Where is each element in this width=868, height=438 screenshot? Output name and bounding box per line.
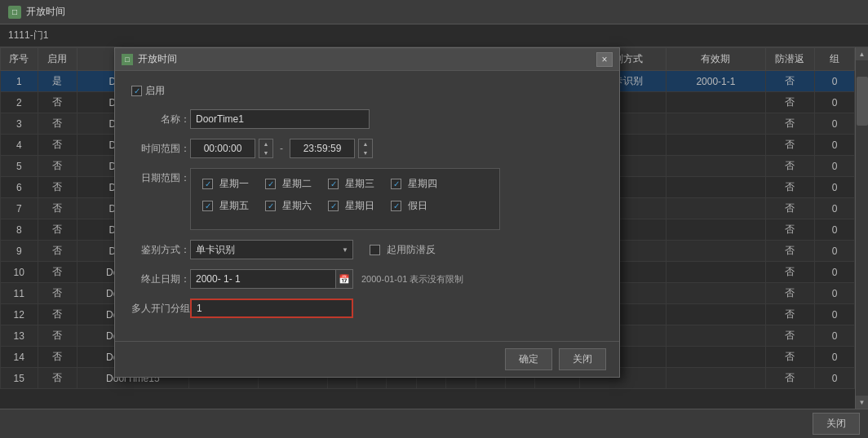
auth-select-wrapper: 单卡识别 双卡识别 密码识别 — [190, 240, 353, 259]
date-picker-button[interactable]: 📅 — [335, 269, 353, 289]
table-cell: 否 — [765, 113, 815, 135]
sat-checkbox[interactable] — [265, 201, 276, 211]
main-close-button[interactable]: 关闭 — [813, 413, 860, 435]
table-cell: 否 — [765, 368, 815, 389]
table-cell: 否 — [765, 325, 815, 347]
thu-checkbox[interactable] — [391, 179, 401, 189]
dialog-footer: 确定 关闭 — [115, 341, 619, 377]
table-cell: 0 — [815, 304, 855, 325]
weekday-mon: 星期一 — [202, 177, 249, 191]
table-cell: 否 — [38, 347, 78, 368]
table-cell — [666, 262, 765, 283]
table-cell: 5 — [1, 156, 38, 177]
table-cell: 7 — [1, 198, 38, 219]
date-range-row: 日期范围： 星期一 星期二 星期三 — [131, 168, 603, 230]
table-cell: 0 — [815, 347, 855, 368]
fri-checkbox[interactable] — [202, 201, 213, 211]
table-cell — [666, 113, 765, 135]
table-cell: 0 — [815, 177, 855, 198]
table-cell: 否 — [38, 283, 78, 304]
table-cell: 2 — [1, 92, 38, 113]
table-cell: 0 — [815, 113, 855, 135]
confirm-button[interactable]: 确定 — [505, 348, 552, 370]
table-cell: 否 — [38, 241, 78, 262]
table-cell: 否 — [38, 156, 78, 177]
table-cell: 否 — [765, 347, 815, 368]
scroll-thumb[interactable] — [857, 77, 868, 126]
table-cell — [666, 135, 765, 156]
table-cell: 0 — [815, 219, 855, 241]
time-end-spinner[interactable]: ▲ ▼ — [358, 139, 373, 158]
table-cell: 0 — [815, 71, 855, 92]
table-cell: 10 — [1, 262, 38, 283]
table-cell: 0 — [815, 92, 855, 113]
dialog-icon: □ — [122, 54, 133, 65]
enable-checkbox[interactable] — [131, 86, 142, 96]
time-input-group: ▲ ▼ - ▲ ▼ — [190, 139, 373, 158]
table-cell: 1 — [1, 71, 38, 92]
time-range-label: 时间范围： — [131, 142, 190, 156]
name-input[interactable] — [190, 109, 370, 129]
time-start-down[interactable]: ▼ — [259, 148, 272, 157]
time-separator: - — [280, 143, 283, 154]
table-cell: 8 — [1, 219, 38, 241]
title-bar: □ 开放时间 — [0, 0, 868, 24]
table-cell — [666, 304, 765, 325]
weekday-wed: 星期三 — [328, 177, 374, 191]
table-cell: 6 — [1, 177, 38, 198]
time-start-input[interactable] — [190, 139, 255, 158]
tue-checkbox[interactable] — [265, 179, 276, 189]
time-end-up[interactable]: ▲ — [359, 139, 372, 148]
dialog-close-button[interactable]: 关闭 — [559, 348, 606, 370]
table-cell: 否 — [765, 304, 815, 325]
mon-checkbox[interactable] — [202, 179, 213, 189]
anti-passback-group: 起用防潜反 — [370, 243, 436, 257]
door-label: 1111-门1 — [8, 29, 48, 42]
multi-group-row: 多人开门分组： — [131, 299, 603, 318]
table-cell: 否 — [38, 113, 78, 135]
end-date-input[interactable] — [190, 269, 353, 289]
table-cell: 3 — [1, 113, 38, 135]
mon-label: 星期一 — [219, 177, 249, 191]
scroll-up-arrow[interactable]: ▲ — [856, 47, 869, 60]
scroll-down-arrow[interactable]: ▼ — [856, 396, 869, 409]
table-cell — [666, 241, 765, 262]
enable-label: 启用 — [145, 84, 165, 98]
vertical-scrollbar[interactable]: ▲ ▼ — [855, 47, 868, 409]
tue-label: 星期二 — [282, 177, 312, 191]
anti-passback-label: 起用防潜反 — [387, 243, 436, 257]
thu-label: 星期四 — [408, 177, 437, 191]
time-start-up[interactable]: ▲ — [259, 139, 272, 148]
table-cell: 0 — [815, 156, 855, 177]
time-end-down[interactable]: ▼ — [359, 148, 372, 157]
time-end-input[interactable] — [290, 139, 355, 158]
sun-checkbox[interactable] — [328, 201, 339, 211]
table-cell: 0 — [815, 283, 855, 304]
col-header-enable: 启用 — [38, 48, 78, 71]
auth-select[interactable]: 单卡识别 双卡识别 密码识别 — [190, 240, 353, 259]
holiday-checkbox[interactable] — [391, 201, 401, 211]
table-cell: 11 — [1, 283, 38, 304]
sat-label: 星期六 — [282, 199, 312, 213]
weekday-sun: 星期日 — [328, 199, 374, 213]
date-range-box: 星期一 星期二 星期三 星期四 — [190, 168, 500, 230]
table-cell — [666, 198, 765, 219]
auth-label: 鉴别方式： — [131, 243, 190, 257]
time-start-spinner[interactable]: ▲ ▼ — [259, 139, 273, 158]
table-cell: 是 — [38, 71, 78, 92]
weekday-fri: 星期五 — [202, 199, 249, 213]
dialog-title: 开放时间 — [138, 52, 596, 66]
sub-header: 1111-门1 — [0, 24, 868, 47]
bottom-bar: 关闭 — [0, 409, 868, 438]
col-header-seq: 序号 — [1, 48, 38, 71]
wed-checkbox[interactable] — [328, 179, 339, 189]
fri-label: 星期五 — [219, 199, 249, 213]
multi-group-input[interactable] — [190, 299, 353, 318]
anti-passback-checkbox[interactable] — [370, 245, 380, 255]
dialog-close-x-button[interactable]: × — [596, 52, 613, 67]
enable-row: 启用 — [131, 84, 603, 98]
date-range-label: 日期范围： — [131, 168, 190, 185]
table-cell: 否 — [38, 92, 78, 113]
sun-label: 星期日 — [345, 199, 374, 213]
table-cell — [666, 92, 765, 113]
